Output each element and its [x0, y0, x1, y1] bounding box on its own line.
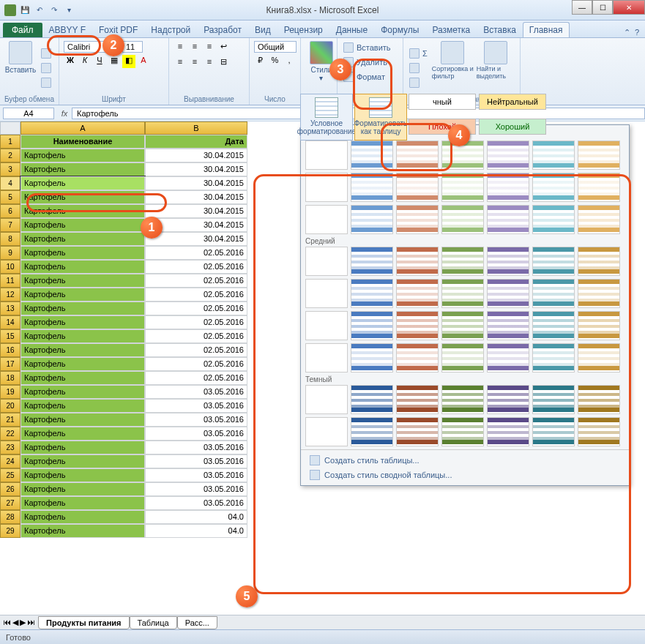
cell[interactable]: Картофель: [20, 176, 145, 190]
table-style-swatch[interactable]: [396, 173, 439, 202]
table-style-swatch[interactable]: [487, 343, 529, 372]
row-header[interactable]: 24: [0, 454, 20, 468]
row-header[interactable]: 16: [0, 343, 20, 357]
row-header[interactable]: 3: [0, 162, 20, 176]
table-style-swatch[interactable]: [351, 247, 393, 276]
border-button[interactable]: ▦: [108, 55, 121, 68]
table-style-swatch[interactable]: [351, 417, 393, 446]
table-style-swatch[interactable]: [578, 417, 620, 446]
cell[interactable]: 04.0: [145, 510, 247, 524]
table-style-swatch[interactable]: [305, 205, 348, 234]
cell[interactable]: Картофель: [20, 427, 145, 441]
table-style-swatch[interactable]: [532, 205, 575, 234]
cell[interactable]: 02.05.2016: [145, 329, 247, 343]
table-style-swatch[interactable]: [305, 141, 348, 170]
row-header[interactable]: 28: [0, 510, 20, 524]
cell[interactable]: Картофель: [20, 260, 145, 274]
minimize-button[interactable]: —: [572, 0, 592, 15]
bold-button[interactable]: Ж: [64, 55, 77, 68]
row-header[interactable]: 11: [0, 274, 20, 288]
currency-button[interactable]: ₽: [254, 55, 267, 68]
cell[interactable]: 30.04.2015: [145, 176, 247, 190]
cell[interactable]: Картофель: [20, 357, 145, 371]
row-header[interactable]: 21: [0, 413, 20, 427]
copy-button[interactable]: [40, 61, 53, 75]
cell[interactable]: Картофель: [20, 149, 145, 162]
cell[interactable]: Картофель: [20, 232, 145, 246]
cell[interactable]: Картофель: [20, 524, 145, 538]
table-style-swatch[interactable]: [305, 279, 348, 308]
qat-more-icon[interactable]: ▾: [63, 4, 75, 16]
new-table-style[interactable]: Создать стиль таблицы...: [307, 453, 623, 468]
row-header[interactable]: 15: [0, 329, 20, 343]
sheet-nav-next[interactable]: ▶: [20, 618, 26, 627]
fill-color-button[interactable]: ◧: [122, 55, 135, 68]
table-style-swatch[interactable]: [578, 205, 620, 234]
cell[interactable]: 02.05.2016: [145, 288, 247, 302]
new-pivot-style[interactable]: Создать стиль сводной таблицы...: [307, 468, 623, 482]
table-style-swatch[interactable]: [305, 247, 348, 276]
table-style-swatch[interactable]: [305, 173, 348, 202]
align-mid-button[interactable]: ≡: [188, 41, 201, 54]
table-style-swatch[interactable]: [396, 205, 439, 234]
row-header[interactable]: 9: [0, 246, 20, 260]
ribbon-tab[interactable]: Формулы: [374, 22, 425, 37]
table-style-swatch[interactable]: [351, 205, 393, 234]
clear-button[interactable]: [408, 76, 429, 89]
table-style-swatch[interactable]: [441, 173, 484, 202]
row-header[interactable]: 27: [0, 496, 20, 510]
table-style-swatch[interactable]: [532, 141, 575, 170]
sheet-tab[interactable]: Таблица: [130, 616, 177, 629]
table-style-swatch[interactable]: [487, 311, 529, 340]
table-style-swatch[interactable]: [396, 247, 439, 276]
cell[interactable]: 04.0: [145, 524, 247, 538]
cell[interactable]: Картофель: [20, 246, 145, 260]
row-header[interactable]: 2: [0, 149, 20, 162]
table-style-swatch[interactable]: [578, 141, 620, 170]
fill-button[interactable]: [408, 61, 429, 75]
cell[interactable]: Картофель: [20, 162, 145, 176]
align-bot-button[interactable]: ≡: [203, 41, 216, 54]
table-style-swatch[interactable]: [396, 141, 439, 170]
table-style-swatch[interactable]: [532, 385, 575, 414]
table-style-swatch[interactable]: [441, 247, 484, 276]
table-style-swatch[interactable]: [441, 417, 484, 446]
italic-button[interactable]: К: [78, 55, 92, 68]
ribbon-tab[interactable]: Вставка: [477, 22, 523, 37]
font-size-input[interactable]: 11: [122, 41, 143, 53]
table-style-swatch[interactable]: [396, 311, 439, 340]
header-cell[interactable]: Наименование: [20, 135, 145, 149]
find-select-button[interactable]: Найти и выделить: [477, 41, 515, 95]
table-style-swatch[interactable]: [532, 173, 575, 202]
table-style-swatch[interactable]: [578, 279, 620, 308]
cell[interactable]: Картофель: [20, 329, 145, 343]
cell[interactable]: 30.04.2015: [145, 190, 247, 204]
cell[interactable]: Картофель: [20, 315, 145, 329]
header-cell[interactable]: Дата: [145, 135, 247, 149]
save-icon[interactable]: 💾: [19, 4, 31, 16]
table-style-swatch[interactable]: [578, 173, 620, 202]
cell[interactable]: 02.05.2016: [145, 371, 247, 385]
table-style-swatch[interactable]: [532, 343, 575, 372]
row-header[interactable]: 1: [0, 135, 20, 149]
row-header[interactable]: 25: [0, 468, 20, 482]
undo-icon[interactable]: ↶: [34, 4, 45, 16]
format-painter-button[interactable]: [40, 76, 53, 89]
row-header[interactable]: 6: [0, 204, 20, 218]
row-header[interactable]: 13: [0, 302, 20, 315]
table-style-swatch[interactable]: [351, 311, 393, 340]
comma-button[interactable]: ,: [283, 55, 296, 68]
close-button[interactable]: ✕: [613, 0, 645, 15]
sheet-tab[interactable]: Расс...: [177, 616, 217, 629]
table-style-swatch[interactable]: [578, 385, 620, 414]
paste-button[interactable]: Вставить: [4, 41, 37, 95]
table-style-swatch[interactable]: [305, 343, 348, 372]
cell[interactable]: 02.05.2016: [145, 315, 247, 329]
cell[interactable]: Картофель: [20, 468, 145, 482]
cell[interactable]: Картофель: [20, 274, 145, 288]
ribbon-tab[interactable]: Разметка: [425, 22, 477, 37]
align-center-button[interactable]: ≡: [188, 56, 201, 70]
row-header[interactable]: 10: [0, 260, 20, 274]
cell-style[interactable]: чный: [409, 94, 476, 110]
table-style-swatch[interactable]: [305, 385, 348, 414]
